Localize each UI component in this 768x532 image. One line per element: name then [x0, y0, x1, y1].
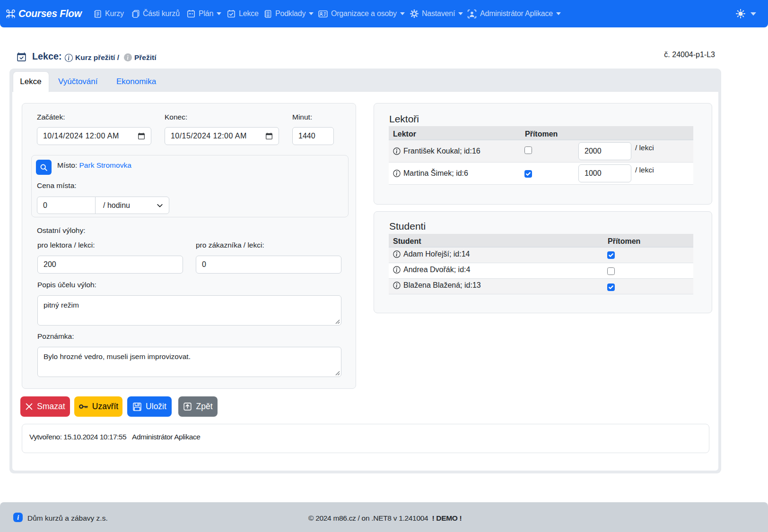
svg-text:i: i [17, 514, 19, 521]
